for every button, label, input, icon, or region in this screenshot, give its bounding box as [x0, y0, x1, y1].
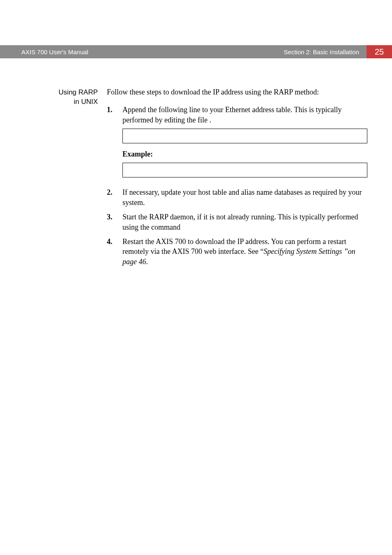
intro-paragraph: Follow these steps to download the IP ad… [107, 87, 367, 97]
step-2-body: If necessary, update your host table and… [122, 187, 367, 208]
side-heading-line2: in UNIX [74, 98, 98, 106]
content-area: Using RARP in UNIX Follow these steps to… [0, 58, 392, 271]
example-label: Example: [122, 149, 367, 159]
step-1-number: 1. [107, 105, 115, 183]
step-3-number: 3. [107, 212, 115, 233]
step-3-text: Start the RARP daemon, if it is not alre… [122, 213, 358, 231]
page-header: AXIS 700 User's Manual Section 2: Basic … [0, 45, 392, 58]
section-title: Section 2: Basic Installation [190, 45, 367, 58]
manual-title: AXIS 700 User's Manual [0, 45, 190, 58]
code-box-2 [122, 163, 367, 177]
step-1-body: Append the following line to your Ethern… [122, 105, 367, 183]
step-1-text-a: Append the following line to your Ethern… [122, 106, 342, 124]
step-3: 3. Start the RARP daemon, if it is not a… [107, 212, 367, 233]
side-heading: Using RARP in UNIX [21, 87, 98, 271]
code-box-1 [122, 129, 367, 143]
step-4-text-c: . [146, 258, 148, 266]
step-2-number: 2. [107, 187, 115, 208]
page-number: 25 [367, 45, 392, 58]
main-column: Follow these steps to download the IP ad… [107, 87, 367, 271]
step-1-text-b: . [209, 116, 211, 124]
step-3-body: Start the RARP daemon, if it is not alre… [122, 212, 367, 233]
step-4-body: Restart the AXIS 700 to download the IP … [122, 237, 367, 267]
step-4: 4. Restart the AXIS 700 to download the … [107, 237, 367, 267]
step-4-number: 4. [107, 237, 115, 267]
step-1: 1. Append the following line to your Eth… [107, 105, 367, 183]
side-heading-line1: Using RARP [59, 88, 98, 96]
step-2: 2. If necessary, update your host table … [107, 187, 367, 208]
